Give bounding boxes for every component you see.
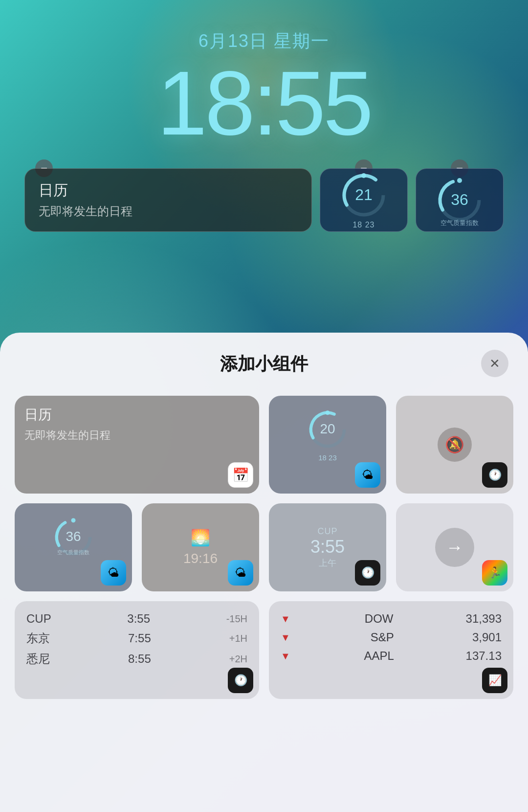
svg-point-11 (71, 518, 76, 522)
grid-widget-aqi[interactable]: 36 空气质量指数 🌤 (15, 503, 132, 591)
clock-badge-2: 🕐 (355, 560, 380, 586)
sheet-header: 添加小组件 ✕ (15, 333, 513, 391)
lock-widget-calendar[interactable]: 日历 无即将发生的日程 (24, 168, 312, 232)
grid-widget-muted[interactable]: 🔕 🕐 (396, 396, 513, 494)
stock-val-dow: 31,393 (466, 612, 502, 626)
stock-row-aapl: ▼ AAPL 137.13 (281, 649, 502, 663)
calendar-icon: 📅 (232, 467, 249, 483)
mini-gauge-weather-sub: 18 23 (274, 453, 381, 462)
sunset-icon: 🌅 (191, 528, 210, 547)
mini-gauge-aqi: 36 空气质量指数 (51, 515, 95, 559)
gauge2-widget: 36 (435, 176, 484, 225)
wc-diff-sydney: +2H (229, 654, 247, 665)
activity-icon: 🏃 (488, 566, 502, 579)
wc-time-tokyo: 7:55 (128, 632, 151, 645)
stock-arrow-sp: ▼ (281, 632, 290, 643)
arrow-button[interactable]: → (435, 528, 474, 567)
gauge2-label: 空气质量指数 (440, 219, 479, 227)
clock-badge-1: 🕐 (482, 462, 507, 488)
mini-aqi-label: 空气质量指数 (57, 549, 89, 556)
cup-ampm: 上午 (319, 557, 336, 569)
wc-row-tokyo: 东京 7:55 +1H (26, 631, 247, 646)
close-button[interactable]: ✕ (481, 350, 508, 377)
stock-val-aapl: 137.13 (466, 649, 502, 663)
close-icon: ✕ (489, 356, 500, 371)
weather-icon-3: 🌤 (235, 566, 246, 580)
grid-widget-worldclock[interactable]: CUP 3:55 -15H 东京 7:55 +1H 悉尼 8:55 +2H 🕐 (15, 601, 259, 699)
clock-icon-1: 🕐 (488, 469, 502, 481)
wc-city-cup: CUP (26, 612, 51, 626)
weather-badge-2: 🌤 (101, 560, 126, 586)
muted-bell-icon: 🔕 (445, 435, 464, 454)
mini-aqi-num: 36 (66, 529, 81, 544)
wc-row-cup: CUP 3:55 -15H (26, 612, 247, 626)
cup-time: 3:55 (310, 537, 345, 557)
activity-badge: 🏃 (482, 560, 507, 586)
grid-widget-gauge-weather[interactable]: 20 18 23 🌤 (269, 396, 386, 494)
stock-row-dow: ▼ DOW 31,393 (281, 612, 502, 626)
sunset-time: 19:16 (183, 551, 218, 566)
svg-point-2 (361, 173, 366, 178)
stock-name-sp: S&P (371, 631, 394, 644)
weather-icon: 🌤 (362, 468, 374, 482)
widget-grid: 日历 无即将发生的日程 📅 20 18 23 🌤 (15, 396, 513, 699)
stock-name-dow: DOW (365, 612, 394, 626)
wc-city-tokyo: 东京 (26, 631, 50, 646)
lock-screen-widgets: − 日历 无即将发生的日程 − 21 18 23 (0, 168, 528, 232)
wc-time-sydney: 8:55 (128, 652, 151, 666)
grid-widget-stocks[interactable]: ▼ DOW 31,393 ▼ S&P 3,901 ▼ AAPL 137.13 📈 (269, 601, 513, 699)
arrow-right-icon: → (446, 537, 463, 558)
muted-circle: 🔕 (438, 428, 472, 462)
cup-label: CUP (317, 526, 337, 537)
grid-calendar-subtitle: 无即将发生的日程 (24, 428, 110, 443)
stock-row-sp: ▼ S&P 3,901 (281, 631, 502, 644)
grid-widget-calendar[interactable]: 日历 无即将发生的日程 📅 (15, 396, 259, 494)
grid-widget-cup-time[interactable]: CUP 3:55 上午 🕐 (269, 503, 386, 591)
clock-icon-2: 🕐 (361, 566, 374, 579)
wc-diff-tokyo: +1H (229, 633, 247, 644)
gauge1-widget: 21 (339, 171, 388, 220)
stock-arrow-aapl: ▼ (281, 651, 290, 662)
weather-icon-2: 🌤 (108, 566, 119, 580)
stocks-icon: 📈 (488, 674, 502, 687)
wc-time-cup: 3:55 (127, 612, 150, 626)
lock-widget-gauge2[interactable]: 36 空气质量指数 (416, 168, 504, 232)
mini-gauge-weather: 20 (306, 407, 350, 451)
lock-widget-gauge2-outer: − 36 空气质量指数 (416, 168, 504, 232)
grid-calendar-badge: 📅 (228, 462, 253, 488)
wc-diff-cup: -15H (226, 613, 247, 625)
clock-icon-3: 🕐 (234, 674, 247, 687)
weather-badge-3: 🌤 (228, 560, 253, 586)
svg-point-5 (457, 178, 462, 183)
grid-calendar-title: 日历 (24, 406, 52, 424)
stock-arrow-dow: ▼ (281, 613, 290, 625)
gauge1-sub: 18 23 (352, 221, 374, 229)
stock-name-aapl: AAPL (364, 649, 394, 663)
lock-screen-date: 6月13日 星期一 (0, 29, 528, 53)
bottom-sheet: 添加小组件 ✕ 日历 无即将发生的日程 📅 20 18 (0, 333, 528, 812)
lock-widget-calendar-outer: − 日历 无即将发生的日程 (24, 168, 312, 232)
lock-screen-top: 6月13日 星期一 18:55 − 日历 无即将发生的日程 − (0, 0, 528, 372)
gauge2-number: 36 (451, 191, 468, 209)
lock-calendar-title: 日历 (39, 180, 298, 201)
mini-gauge-weather-num: 20 (320, 421, 335, 437)
stock-val-sp: 3,901 (472, 631, 502, 644)
lock-widget-gauge1[interactable]: 21 18 23 (320, 168, 408, 232)
lock-calendar-subtitle: 无即将发生的日程 (39, 203, 298, 219)
weather-badge-1: 🌤 (355, 462, 380, 488)
stocks-badge: 📈 (482, 668, 507, 693)
grid-widget-sunset[interactable]: 🌅 19:16 🌤 (142, 503, 259, 591)
lock-widget-gauge1-outer: − 21 18 23 (320, 168, 408, 232)
svg-point-8 (326, 410, 330, 415)
clock-badge-3: 🕐 (228, 668, 253, 693)
lock-screen-time: 18:55 (0, 58, 528, 149)
gauge1-number: 21 (355, 186, 373, 204)
wc-city-sydney: 悉尼 (26, 651, 50, 667)
sheet-title: 添加小组件 (220, 352, 308, 376)
grid-widget-arrow[interactable]: → 🏃 (396, 503, 513, 591)
wc-row-sydney: 悉尼 8:55 +2H (26, 651, 247, 667)
